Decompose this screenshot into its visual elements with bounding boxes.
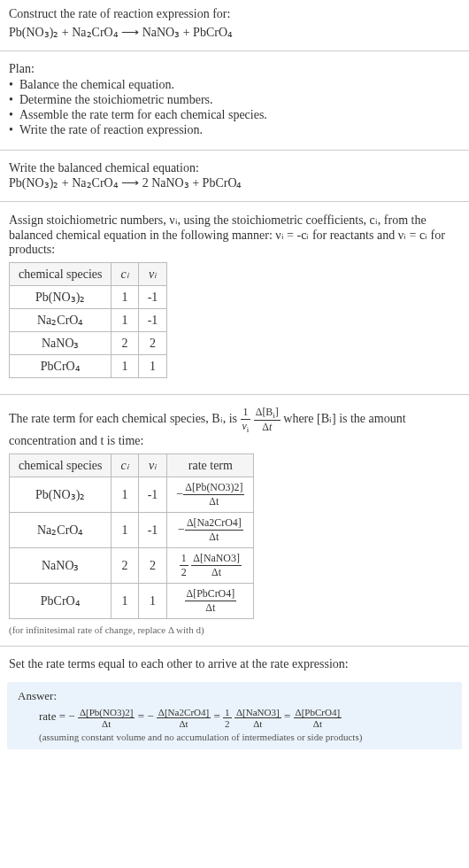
plan-list: •Balance the chemical equation. •Determi… bbox=[9, 78, 460, 137]
plan-item-text: Determine the stoichiometric numbers. bbox=[19, 93, 213, 106]
cell-v: -1 bbox=[138, 286, 167, 309]
final-section: Set the rate terms equal to each other t… bbox=[0, 650, 469, 678]
balanced-equation: Pb(NO₃)₂ + Na₂CrO₄ ⟶ 2 NaNO₃ + PbCrO₄ bbox=[9, 175, 460, 190]
divider bbox=[0, 646, 469, 647]
rateterm-intro: The rate term for each chemical species,… bbox=[9, 406, 460, 448]
header-section: Construct the rate of reaction expressio… bbox=[0, 0, 469, 47]
table-row: PbCrO₄ 1 1 Δ[PbCrO4]Δt bbox=[10, 584, 254, 619]
cell-v: 1 bbox=[138, 584, 167, 619]
cell-c: 1 bbox=[111, 286, 138, 309]
cell-c: 2 bbox=[111, 548, 138, 584]
cell-species: Pb(NO₃)₂ bbox=[10, 477, 111, 513]
balanced-section: Write the balanced chemical equation: Pb… bbox=[0, 154, 469, 198]
col-v: νᵢ bbox=[138, 454, 167, 477]
col-v: νᵢ bbox=[138, 263, 167, 286]
balanced-label: Write the balanced chemical equation: bbox=[9, 161, 460, 175]
cell-rateterm: −Δ[Pb(NO3)2]Δt bbox=[167, 477, 254, 513]
divider bbox=[0, 150, 469, 151]
table-header-row: chemical species cᵢ νᵢ bbox=[10, 263, 167, 286]
divider bbox=[0, 50, 469, 51]
table-row: Na₂CrO₄ 1 -1 −Δ[Na2CrO4]Δt bbox=[10, 513, 254, 548]
cell-c: 1 bbox=[111, 309, 138, 332]
cell-c: 1 bbox=[111, 355, 138, 378]
unbalanced-equation: Pb(NO₃)₂ + Na₂CrO₄ ⟶ NaNO₃ + PbCrO₄ bbox=[9, 25, 460, 40]
answer-label: Answer: bbox=[18, 689, 451, 703]
cell-v: -1 bbox=[138, 477, 167, 513]
answer-box: Answer: rate = − Δ[Pb(NO3)2]Δt = − Δ[Na2… bbox=[7, 682, 462, 749]
cell-c: 2 bbox=[111, 332, 138, 355]
cell-v: 2 bbox=[138, 332, 167, 355]
plan-item: •Determine the stoichiometric numbers. bbox=[9, 93, 460, 107]
cell-species: NaNO₃ bbox=[10, 548, 111, 584]
cell-c: 1 bbox=[111, 584, 138, 619]
rateterm-note: (for infinitesimal rate of change, repla… bbox=[9, 624, 460, 635]
assign-section: Assign stoichiometric numbers, νᵢ, using… bbox=[0, 205, 469, 391]
cell-v: -1 bbox=[138, 513, 167, 548]
stoich-table: chemical species cᵢ νᵢ Pb(NO₃)₂ 1 -1 Na₂… bbox=[9, 262, 167, 378]
col-species: chemical species bbox=[10, 263, 111, 286]
table-row: NaNO₃ 2 2 bbox=[10, 332, 167, 355]
plan-item-text: Balance the chemical equation. bbox=[19, 78, 174, 91]
divider bbox=[0, 394, 469, 395]
rate-prefix: rate = − bbox=[39, 710, 78, 724]
cell-species: Na₂CrO₄ bbox=[10, 513, 111, 548]
cell-species: PbCrO₄ bbox=[10, 584, 111, 619]
cell-species: Pb(NO₃)₂ bbox=[10, 286, 111, 309]
cell-v: 2 bbox=[138, 548, 167, 584]
cell-species: PbCrO₄ bbox=[10, 355, 111, 378]
rateterm-table: chemical species cᵢ νᵢ rate term Pb(NO₃)… bbox=[9, 453, 254, 619]
cell-c: 1 bbox=[111, 477, 138, 513]
col-rateterm: rate term bbox=[167, 454, 254, 477]
cell-v: 1 bbox=[138, 355, 167, 378]
assign-intro: Assign stoichiometric numbers, νᵢ, using… bbox=[9, 213, 460, 257]
plan-item-text: Assemble the rate term for each chemical… bbox=[19, 108, 267, 121]
cell-species: NaNO₃ bbox=[10, 332, 111, 355]
divider bbox=[0, 201, 469, 202]
plan-item: •Assemble the rate term for each chemica… bbox=[9, 108, 460, 122]
col-c: cᵢ bbox=[111, 454, 138, 477]
cell-c: 1 bbox=[111, 513, 138, 548]
plan-item: •Write the rate of reaction expression. bbox=[9, 123, 460, 137]
plan-label: Plan: bbox=[9, 62, 460, 76]
final-label: Set the rate terms equal to each other t… bbox=[9, 657, 460, 671]
answer-note: (assuming constant volume and no accumul… bbox=[18, 732, 451, 742]
cell-species: Na₂CrO₄ bbox=[10, 309, 111, 332]
cell-rateterm: Δ[PbCrO4]Δt bbox=[167, 584, 254, 619]
cell-v: -1 bbox=[138, 309, 167, 332]
cell-rateterm: −Δ[Na2CrO4]Δt bbox=[167, 513, 254, 548]
rateterm-section: The rate term for each chemical species,… bbox=[0, 399, 469, 642]
col-c: cᵢ bbox=[111, 263, 138, 286]
plan-item: •Balance the chemical equation. bbox=[9, 78, 460, 92]
plan-section: Plan: •Balance the chemical equation. •D… bbox=[0, 55, 469, 146]
rateterm-generic-frac: 1νi Δ[Bi]Δt bbox=[241, 412, 284, 425]
table-row: Pb(NO₃)₂ 1 -1 bbox=[10, 286, 167, 309]
plan-item-text: Write the rate of reaction expression. bbox=[19, 123, 203, 136]
cell-rateterm: 12 Δ[NaNO3]Δt bbox=[167, 548, 254, 584]
col-species: chemical species bbox=[10, 454, 111, 477]
table-row: NaNO₃ 2 2 12 Δ[NaNO3]Δt bbox=[10, 548, 254, 584]
table-row: Na₂CrO₄ 1 -1 bbox=[10, 309, 167, 332]
table-row: PbCrO₄ 1 1 bbox=[10, 355, 167, 378]
rateterm-intro-a: The rate term for each chemical species,… bbox=[9, 412, 241, 425]
table-header-row: chemical species cᵢ νᵢ rate term bbox=[10, 454, 254, 477]
table-row: Pb(NO₃)₂ 1 -1 −Δ[Pb(NO3)2]Δt bbox=[10, 477, 254, 513]
answer-equation: rate = − Δ[Pb(NO3)2]Δt = − Δ[Na2CrO4]Δt … bbox=[18, 707, 451, 729]
page-title: Construct the rate of reaction expressio… bbox=[9, 7, 460, 21]
